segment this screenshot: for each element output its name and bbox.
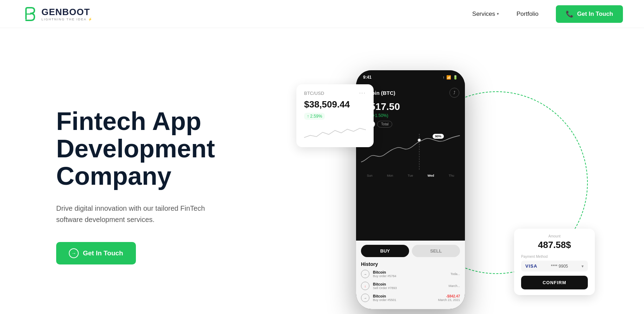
history-order-3: Buy order #5501 — [373, 298, 434, 302]
chevron-down-icon: ▾ — [497, 12, 499, 16]
arrow-up-icon: ↑ — [443, 75, 445, 79]
history-right-3: -$842.47 March 23, 2021 — [438, 294, 460, 302]
chart-day-thu: Thu — [449, 174, 454, 177]
total-tab[interactable]: Total — [377, 121, 392, 127]
hero-left: Fintech App Development Company Drive di… — [56, 108, 260, 264]
chart-area: 90% — [356, 130, 465, 241]
history-item-3: → Bitcoin Buy order #5501 -$842.47 March… — [361, 294, 460, 302]
history-date-3: March 23, 2021 — [438, 298, 460, 302]
chart-days: Sun Mon Tue Wed Thu — [356, 174, 465, 179]
nav-cta-button[interactable]: 📞 Get In Touch — [556, 5, 623, 23]
share-button[interactable]: ⤴ — [449, 88, 459, 98]
sell-arrow-icon: ↓ — [361, 282, 369, 290]
history-info-2: Bitcoin Sell Order #7893 — [373, 282, 445, 290]
phone-time: 9:41 — [363, 75, 372, 80]
buy-arrow-icon-2: → — [361, 294, 369, 302]
portfolio-label: Portfolio — [517, 11, 538, 18]
nav-services[interactable]: Services ▾ — [472, 11, 499, 18]
buy-arrow-icon: → — [361, 270, 369, 278]
logo-tagline: LIGHTNING THE IDEA ⚡ — [41, 18, 93, 21]
btc-card-header: BTC/USD ··· — [304, 90, 366, 96]
sell-button[interactable]: SELL — [412, 245, 460, 257]
history-title: History — [361, 261, 460, 267]
payment-method-row: VISA **** 9905 ▾ — [521, 261, 588, 272]
btc-usd-card: BTC/USD ··· $38,509.44 ↑ 2.59% — [296, 84, 374, 147]
chart-day-wed: Wed — [428, 174, 434, 177]
phone-icon: 📞 — [566, 10, 573, 18]
buy-button[interactable]: BUY — [361, 245, 409, 257]
chart-90-label: 90% — [433, 134, 444, 139]
btc-card-price: $38,509.44 — [304, 99, 366, 110]
history-item-2: ↓ Bitcoin Sell Order #7893 March... — [361, 282, 460, 290]
history-info-1: Bitcoin Buy order #5784 — [373, 270, 447, 278]
hero-right: BTC/USD ··· $38,509.44 ↑ 2.59% 9:41 ↑ 📶 … — [286, 49, 602, 314]
history-info-3: Bitcoin Buy order #5501 — [373, 294, 434, 302]
history-amount-3: -$842.47 — [438, 294, 460, 298]
payment-amount-label: Amount — [521, 234, 588, 238]
btc-card-menu-icon[interactable]: ··· — [359, 90, 366, 96]
confirm-button[interactable]: CONFIRM — [521, 276, 588, 289]
btc-card-change: ↑ 2.59% — [304, 113, 325, 120]
btc-mini-chart — [304, 123, 366, 140]
hero-title: Fintech App Development Company — [56, 108, 260, 190]
nav-portfolio[interactable]: Portfolio — [517, 11, 538, 18]
btc-card-label: BTC/USD — [304, 91, 324, 96]
logo-icon — [21, 6, 38, 22]
payment-amount: 487.58$ — [521, 240, 588, 250]
chart-day-mon: Mon — [387, 174, 393, 177]
logo-name: GENBOOT — [41, 7, 93, 18]
logo-area: GENBOOT LIGHTNING THE IDEA ⚡ — [21, 6, 93, 22]
chevron-down-icon[interactable]: ▾ — [581, 264, 584, 269]
hero-cta-label: Get In Touch — [83, 249, 123, 257]
price-change: 5.19 (+1.50%) — [362, 113, 459, 118]
services-label: Services — [472, 11, 495, 18]
svg-point-2 — [418, 139, 421, 142]
battery-icon: 🔋 — [453, 75, 458, 80]
hero-subtitle: Drive digital innovation with our tailor… — [56, 203, 225, 225]
hero-cta-button[interactable]: → Get In Touch — [56, 242, 136, 264]
phone-status-icons: ↑ 📶 🔋 — [443, 75, 458, 80]
price-main: 2,517.50 — [362, 101, 459, 112]
history-date-2: March... — [448, 284, 460, 288]
history-date-1: Toda... — [451, 272, 460, 276]
chart-day-tue: Tue — [408, 174, 413, 177]
payment-method-label: Payment Method — [521, 255, 588, 259]
visa-label: VISA — [525, 263, 537, 269]
hero-section: Fintech App Development Company Drive di… — [0, 28, 644, 314]
phone-notch — [395, 70, 426, 78]
history-order-1: Buy order #5784 — [373, 274, 447, 278]
chart-day-sun: Sun — [367, 174, 373, 177]
logo-text-block: GENBOOT LIGHTNING THE IDEA ⚡ — [41, 7, 93, 21]
arrow-circle-icon: → — [69, 248, 79, 258]
phone-screen-bottom: BUY SELL History → Bitcoin Buy order #57… — [356, 241, 465, 309]
history-coin-3: Bitcoin — [373, 294, 434, 298]
payment-card: Amount 487.58$ Payment Method VISA **** … — [514, 229, 595, 295]
history-order-2: Sell Order #7893 — [373, 286, 445, 290]
card-number: **** 9905 — [551, 264, 568, 269]
cta-label: Get In Touch — [577, 11, 613, 18]
nav-links: Services ▾ Portfolio 📞 Get In Touch — [472, 5, 623, 23]
history-coin-1: Bitcoin — [373, 270, 447, 274]
navbar: GENBOOT LIGHTNING THE IDEA ⚡ Services ▾ … — [0, 0, 644, 28]
history-item: → Bitcoin Buy order #5784 Toda... — [361, 270, 460, 278]
buy-sell-row: BUY SELL — [361, 245, 460, 257]
history-coin-2: Bitcoin — [373, 282, 445, 286]
wifi-icon: 📶 — [446, 75, 451, 80]
